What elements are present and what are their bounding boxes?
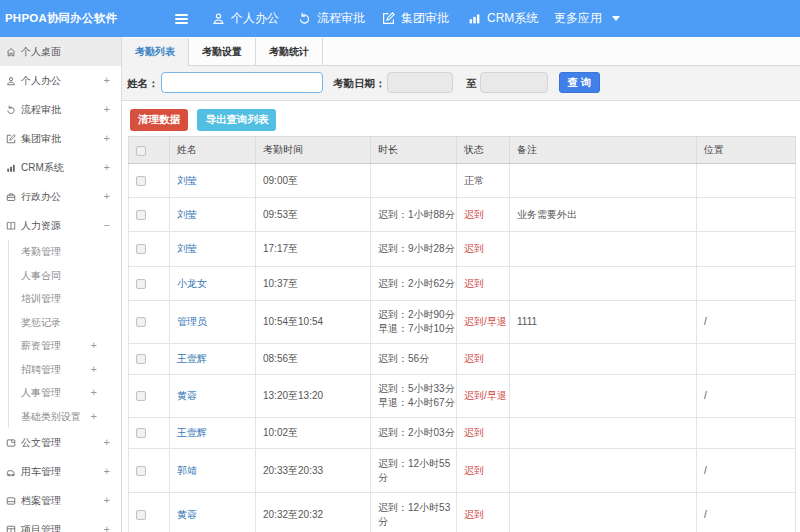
topnav-item-4[interactable]: CRM系统: [468, 0, 538, 37]
employee-name-link[interactable]: 黄蓉: [177, 390, 197, 401]
caret-down-icon: [612, 16, 620, 21]
employee-name-link[interactable]: 小龙女: [177, 278, 207, 289]
employee-name-link[interactable]: 刘莹: [177, 175, 197, 186]
tab-bar: 考勤列表考勤设置考勤统计: [122, 37, 800, 66]
sidebar-subitem-2[interactable]: 人事合同: [9, 264, 121, 288]
sidebar-subitem-7[interactable]: 人事管理+: [9, 381, 121, 405]
duration-cell: 迟到：2小时90分早退：7小时10分: [371, 301, 457, 344]
row-select-cell: [129, 267, 170, 301]
remark-cell: 1111: [510, 301, 697, 344]
time-cell: 09:00至: [256, 164, 371, 198]
expand-icon[interactable]: +: [104, 153, 110, 182]
row-checkbox[interactable]: [136, 428, 146, 438]
sidebar-item-4[interactable]: 集团审批+: [0, 124, 121, 153]
name-cell: 刘莹: [170, 164, 256, 198]
row-checkbox[interactable]: [136, 176, 146, 186]
status-cell: 迟到: [457, 449, 510, 493]
sidebar-subitem-label: 人事管理: [21, 387, 61, 398]
expand-icon[interactable]: −: [104, 211, 110, 240]
expand-icon[interactable]: +: [91, 358, 97, 382]
employee-name-link[interactable]: 刘莹: [177, 243, 197, 254]
tab-1[interactable]: 考勤列表: [122, 38, 189, 66]
sidebar-subitem-8[interactable]: 基础类别设置+: [9, 405, 121, 429]
employee-name-link[interactable]: 刘莹: [177, 209, 197, 220]
employee-name-link[interactable]: 黄蓉: [177, 509, 197, 520]
status-cell: 迟到: [457, 267, 510, 301]
sidebar-item-label: 人力资源: [21, 220, 61, 231]
duration-line: 迟到：1小时88分: [378, 208, 449, 222]
sidebar-item-1[interactable]: 个人桌面: [0, 37, 121, 66]
column-header: 备注: [510, 137, 697, 164]
duration-line: 迟到：56分: [378, 352, 449, 366]
row-checkbox[interactable]: [136, 279, 146, 289]
sidebar-subitem-4[interactable]: 奖惩记录: [9, 311, 121, 335]
tab-3[interactable]: 考勤统计: [256, 38, 323, 65]
sidebar-item-2[interactable]: 个人办公+: [0, 66, 121, 95]
row-checkbox[interactable]: [136, 466, 146, 476]
table-row: 刘莹09:53至迟到：1小时88分迟到业务需要外出: [129, 198, 796, 232]
sidebar-subitem-5[interactable]: 薪资管理+: [9, 334, 121, 358]
chart-icon: [6, 163, 16, 173]
topnav-item-1[interactable]: 个人办公: [212, 0, 279, 37]
date-from-input[interactable]: [387, 72, 453, 93]
sidebar-subitem-1[interactable]: 考勤管理: [9, 240, 121, 264]
employee-name-link[interactable]: 郭靖: [177, 465, 197, 476]
expand-icon[interactable]: +: [91, 405, 97, 429]
sidebar-item-9[interactable]: 用车管理+: [0, 457, 121, 486]
row-checkbox[interactable]: [136, 354, 146, 364]
sidebar-item-7[interactable]: 人力资源−: [0, 211, 121, 240]
clear-data-button[interactable]: 清理数据: [130, 109, 188, 131]
row-checkbox[interactable]: [136, 210, 146, 220]
sidebar-item-10[interactable]: 档案管理+: [0, 486, 121, 515]
topnav-item-3[interactable]: 集团审批: [382, 0, 449, 37]
row-checkbox[interactable]: [136, 317, 146, 327]
sidebar-item-6[interactable]: 行政办公+: [0, 182, 121, 211]
employee-name-link[interactable]: 王壹辉: [177, 353, 207, 364]
time-cell: 20:32至20:32: [256, 493, 371, 532]
expand-icon[interactable]: +: [104, 95, 110, 124]
name-cell: 郭靖: [170, 449, 256, 493]
menu-toggle-icon[interactable]: [175, 14, 188, 24]
search-button[interactable]: 查 询: [559, 72, 600, 93]
name-filter-input[interactable]: [161, 72, 323, 93]
expand-icon[interactable]: +: [104, 124, 110, 153]
expand-icon[interactable]: +: [91, 381, 97, 405]
sidebar-item-3[interactable]: 流程审批+: [0, 95, 121, 124]
location-cell: /: [697, 375, 796, 418]
row-checkbox[interactable]: [136, 244, 146, 254]
sidebar-subitem-label: 培训管理: [21, 293, 61, 304]
duration-line: 迟到：12小时53: [378, 501, 449, 515]
export-list-button[interactable]: 导出查询列表: [197, 109, 276, 131]
status-cell: 迟到: [457, 344, 510, 375]
employee-name-link[interactable]: 王壹辉: [177, 427, 207, 438]
sidebar-subitem-3[interactable]: 培训管理: [9, 287, 121, 311]
expand-icon[interactable]: +: [104, 66, 110, 95]
duration-cell: 迟到：1小时88分: [371, 198, 457, 232]
topnav-item-2[interactable]: 流程审批: [298, 0, 365, 37]
tab-2[interactable]: 考勤设置: [189, 38, 256, 65]
date-to-input[interactable]: [480, 72, 548, 93]
expand-icon[interactable]: +: [91, 334, 97, 358]
expand-icon[interactable]: +: [104, 182, 110, 211]
chart-icon: [468, 12, 481, 25]
sidebar-subitem-6[interactable]: 招聘管理+: [9, 358, 121, 382]
row-checkbox[interactable]: [136, 510, 146, 520]
topnav-item-5[interactable]: 更多应用: [554, 0, 620, 37]
employee-name-link[interactable]: 管理员: [177, 316, 207, 327]
table-row: 刘莹09:00至正常: [129, 164, 796, 198]
row-checkbox[interactable]: [136, 391, 146, 401]
expand-icon[interactable]: +: [104, 428, 110, 457]
expand-icon[interactable]: +: [104, 457, 110, 486]
expand-icon[interactable]: +: [104, 515, 110, 532]
sidebar-item-label: 集团审批: [21, 133, 61, 144]
time-cell: 09:53至: [256, 198, 371, 232]
expand-icon[interactable]: +: [104, 486, 110, 515]
table-row: 黄蓉20:32至20:32迟到：12小时53分迟到/: [129, 493, 796, 532]
sidebar-item-8[interactable]: 公文管理+: [0, 428, 121, 457]
select-all-checkbox[interactable]: [136, 146, 146, 156]
status-cell: 迟到: [457, 198, 510, 232]
sidebar-item-11[interactable]: 项目管理+: [0, 515, 121, 532]
sidebar-item-label: 个人桌面: [21, 46, 61, 57]
time-cell: 17:17至: [256, 232, 371, 267]
sidebar-item-5[interactable]: CRM系统+: [0, 153, 121, 182]
